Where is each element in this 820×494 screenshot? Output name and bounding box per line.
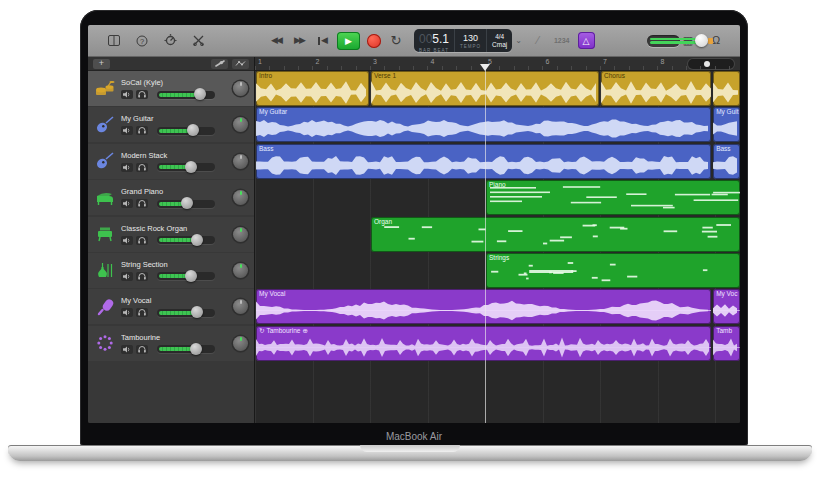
automation-icon[interactable] xyxy=(232,59,249,69)
bar-number-1: 1 xyxy=(258,58,262,65)
pan-knob[interactable] xyxy=(233,336,248,351)
region-tamb[interactable]: Tamb xyxy=(713,326,740,361)
laptop-lid: ? ◀◀ ▶▶ ◀ ▶ ↻ xyxy=(80,10,748,446)
region-piano[interactable]: Piano xyxy=(486,180,740,215)
pan-knob[interactable] xyxy=(233,227,248,242)
rewind-button[interactable]: ◀◀ xyxy=(268,33,284,49)
pan-knob[interactable] xyxy=(233,154,248,169)
track-volume-knob[interactable] xyxy=(194,88,206,100)
solo-button[interactable] xyxy=(136,126,148,135)
mute-button[interactable] xyxy=(121,90,133,99)
lcd-display[interactable]: 005.1 BAR BEAT 130 TEMPO 4/4Cmaj xyxy=(414,29,512,52)
track-volume-slider[interactable] xyxy=(157,91,215,99)
region-label: Bass xyxy=(716,145,730,152)
track-volume-knob[interactable] xyxy=(185,161,197,173)
playhead[interactable] xyxy=(485,64,486,423)
lcd-tempo[interactable]: 130 TEMPO xyxy=(454,29,486,52)
track-header-my-guitar[interactable]: My Guitar xyxy=(88,107,254,142)
fast-forward-button[interactable]: ▶▶ xyxy=(291,33,307,49)
region-my-guitar[interactable]: My Guitar xyxy=(256,107,711,142)
track-volume-slider[interactable] xyxy=(157,200,215,208)
master-volume-meter xyxy=(650,38,698,41)
region-strings[interactable]: Strings xyxy=(486,253,740,288)
smart-controls-mini-icon[interactable] xyxy=(211,59,228,69)
track-header-socal-kyle[interactable]: SoCal (Kyle) xyxy=(88,71,254,106)
track-volume-knob[interactable] xyxy=(191,234,203,246)
track-volume-slider[interactable] xyxy=(157,163,215,171)
quick-help-icon[interactable]: ? xyxy=(134,33,150,49)
track-header-tambourine[interactable]: Tambourine xyxy=(88,326,254,361)
editors-icon[interactable] xyxy=(190,33,206,49)
library-icon[interactable] xyxy=(106,33,122,49)
loop-badge-icon: ↻ xyxy=(259,327,264,335)
track-header-string-section[interactable]: String Section xyxy=(88,253,254,288)
master-volume-meter xyxy=(650,41,698,44)
region-chorus[interactable]: Chorus xyxy=(601,71,711,106)
play-button[interactable]: ▶ xyxy=(337,32,360,50)
region-my-vocal[interactable]: My Vocal xyxy=(256,289,711,324)
tuner-icon[interactable]: ⁄ xyxy=(530,33,546,49)
lcd-key-signature[interactable]: 4/4Cmaj xyxy=(486,29,512,52)
track-volume-slider[interactable] xyxy=(157,127,215,135)
master-volume-slider[interactable] xyxy=(647,35,680,47)
region-label: My Guit xyxy=(716,108,738,115)
track-volume-knob[interactable] xyxy=(185,270,197,282)
track-volume-knob[interactable] xyxy=(191,306,203,318)
pan-knob[interactable] xyxy=(233,81,248,96)
track-name: My Vocal xyxy=(121,296,226,305)
track-volume-slider[interactable] xyxy=(157,272,215,280)
track-name: Tambourine xyxy=(121,333,226,342)
master-volume-knob[interactable] xyxy=(695,34,708,47)
solo-button[interactable] xyxy=(136,199,148,208)
mute-button[interactable] xyxy=(121,163,133,172)
mute-button[interactable] xyxy=(121,272,133,281)
timeline-row-1: My GuitarMy Guit xyxy=(255,107,740,142)
track-header-modern-stack[interactable]: Modern Stack xyxy=(88,144,254,179)
solo-button[interactable] xyxy=(136,90,148,99)
zoom-slider[interactable] xyxy=(688,59,734,69)
cycle-button[interactable]: ↻ xyxy=(388,33,404,49)
track-volume-knob[interactable] xyxy=(181,197,193,209)
mute-button[interactable] xyxy=(121,126,133,135)
playhead-marker-icon[interactable] xyxy=(480,64,490,71)
track-volume-slider[interactable] xyxy=(157,345,215,353)
track-volume-slider[interactable] xyxy=(157,309,215,317)
mute-button[interactable] xyxy=(121,199,133,208)
track-header-my-vocal[interactable]: My Vocal xyxy=(88,289,254,324)
region-bass[interactable]: Bass xyxy=(256,144,711,179)
metronome-button[interactable]: △ xyxy=(578,32,595,49)
solo-button[interactable] xyxy=(136,345,148,354)
record-button[interactable] xyxy=(367,34,381,48)
region-intro[interactable]: Intro xyxy=(256,71,369,106)
lcd-position[interactable]: 005.1 BAR BEAT xyxy=(414,29,454,52)
track-volume-slider[interactable] xyxy=(157,236,215,244)
region-bass[interactable]: Bass xyxy=(713,144,740,179)
solo-button[interactable] xyxy=(136,236,148,245)
ruler[interactable]: 12345678 xyxy=(255,57,740,71)
smart-controls-icon[interactable] xyxy=(162,33,178,49)
pan-knob[interactable] xyxy=(233,299,248,314)
region-my-guit[interactable]: My Guit xyxy=(713,107,740,142)
solo-button[interactable] xyxy=(136,308,148,317)
solo-button[interactable] xyxy=(136,163,148,172)
go-to-beginning-button[interactable]: ◀ xyxy=(314,33,330,49)
pan-knob[interactable] xyxy=(233,263,248,278)
pan-knob[interactable] xyxy=(233,117,248,132)
mute-button[interactable] xyxy=(121,308,133,317)
mute-button[interactable] xyxy=(121,236,133,245)
solo-button[interactable] xyxy=(136,272,148,281)
region-organ[interactable]: Organ xyxy=(371,217,740,252)
region-untitled[interactable] xyxy=(713,71,740,106)
zoom-slider-knob[interactable] xyxy=(704,61,710,67)
pan-knob[interactable] xyxy=(233,190,248,205)
track-header-grand-piano[interactable]: Grand Piano xyxy=(88,180,254,215)
mute-button[interactable] xyxy=(121,345,133,354)
track-header-classic-rock-organ[interactable]: Classic Rock Organ xyxy=(88,217,254,252)
track-volume-knob[interactable] xyxy=(190,343,202,355)
track-volume-knob[interactable] xyxy=(187,124,199,136)
region-tambourine[interactable]: ↻Tambourine⊕ xyxy=(256,326,711,361)
lcd-chevron-down-icon[interactable]: ⌄ xyxy=(515,36,522,45)
count-in-button[interactable]: 1234 xyxy=(554,37,570,44)
region-my-voc[interactable]: My Voc xyxy=(713,289,740,324)
add-track-button[interactable]: + xyxy=(93,59,110,69)
